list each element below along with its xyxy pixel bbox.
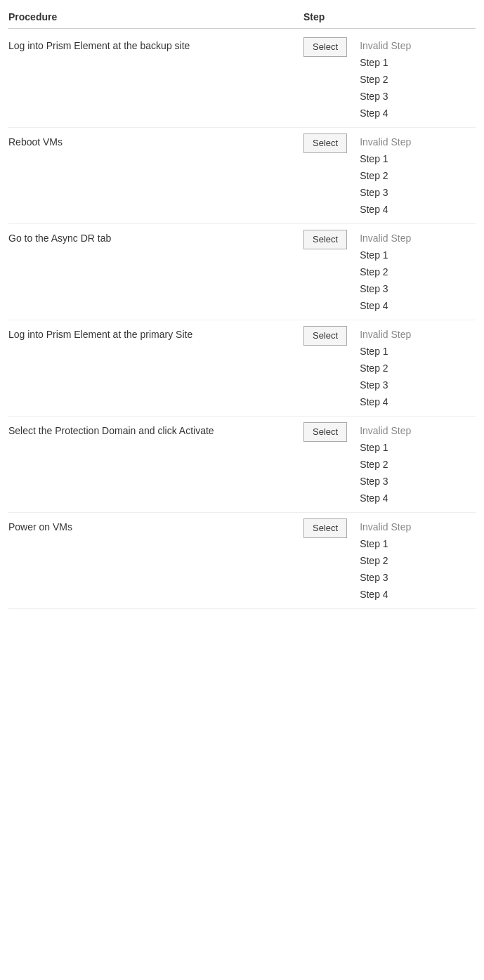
step-list: Invalid StepStep 1Step 2Step 3Step 4 (354, 326, 417, 410)
list-item[interactable]: Step 3 (354, 569, 417, 586)
list-item[interactable]: Step 3 (354, 280, 417, 297)
list-item[interactable]: Invalid Step (354, 37, 417, 54)
list-item[interactable]: Step 1 (354, 535, 417, 552)
procedure-label: Select the Protection Domain and click A… (8, 422, 303, 436)
main-container: Procedure Step Log into Prism Element at… (0, 0, 484, 620)
step-list: Invalid StepStep 1Step 2Step 3Step 4 (354, 230, 417, 314)
step-column: SelectInvalid StepStep 1Step 2Step 3Step… (303, 230, 476, 314)
list-item[interactable]: Step 4 (354, 393, 417, 410)
list-item[interactable]: Invalid Step (354, 326, 417, 343)
select-button[interactable]: Select (303, 37, 347, 57)
list-item[interactable]: Step 2 (354, 71, 417, 88)
list-item[interactable]: Step 1 (354, 150, 417, 167)
table-row: Go to the Async DR tabSelectInvalid Step… (8, 224, 476, 320)
procedure-label: Power on VMs (8, 518, 303, 533)
table-row: Select the Protection Domain and click A… (8, 417, 476, 513)
procedure-label: Go to the Async DR tab (8, 230, 303, 244)
list-item[interactable]: Step 1 (354, 247, 417, 263)
list-item[interactable]: Invalid Step (354, 518, 417, 535)
list-item[interactable]: Step 1 (354, 439, 417, 456)
list-item[interactable]: Step 4 (354, 490, 417, 507)
select-button[interactable]: Select (303, 326, 347, 346)
list-item[interactable]: Invalid Step (354, 422, 417, 439)
step-column: SelectInvalid StepStep 1Step 2Step 3Step… (303, 326, 476, 410)
list-item[interactable]: Step 2 (354, 263, 417, 280)
table-row: Power on VMsSelectInvalid StepStep 1Step… (8, 513, 476, 609)
list-item[interactable]: Invalid Step (354, 230, 417, 247)
list-item[interactable]: Step 3 (354, 377, 417, 393)
select-button[interactable]: Select (303, 133, 347, 153)
step-column: SelectInvalid StepStep 1Step 2Step 3Step… (303, 133, 476, 218)
procedure-label: Reboot VMs (8, 133, 303, 148)
procedure-label: Log into Prism Element at the primary Si… (8, 326, 303, 340)
list-item[interactable]: Step 4 (354, 586, 417, 603)
list-item[interactable]: Step 2 (354, 552, 417, 569)
step-column: SelectInvalid StepStep 1Step 2Step 3Step… (303, 518, 476, 603)
list-item[interactable]: Step 2 (354, 360, 417, 377)
step-list: Invalid StepStep 1Step 2Step 3Step 4 (354, 133, 417, 218)
list-item[interactable]: Step 4 (354, 297, 417, 314)
table-row: Log into Prism Element at the primary Si… (8, 320, 476, 417)
list-item[interactable]: Step 4 (354, 201, 417, 218)
header-step: Step (303, 11, 476, 22)
list-item[interactable]: Step 4 (354, 105, 417, 122)
step-list: Invalid StepStep 1Step 2Step 3Step 4 (354, 37, 417, 122)
select-button[interactable]: Select (303, 230, 347, 249)
list-item[interactable]: Step 3 (354, 88, 417, 105)
rows-container: Log into Prism Element at the backup sit… (8, 32, 476, 609)
select-button[interactable]: Select (303, 422, 347, 442)
header-procedure: Procedure (8, 11, 303, 22)
list-item[interactable]: Step 1 (354, 54, 417, 71)
table-header: Procedure Step (8, 11, 476, 29)
step-column: SelectInvalid StepStep 1Step 2Step 3Step… (303, 37, 476, 122)
step-list: Invalid StepStep 1Step 2Step 3Step 4 (354, 422, 417, 507)
table-row: Log into Prism Element at the backup sit… (8, 32, 476, 128)
list-item[interactable]: Step 1 (354, 343, 417, 360)
list-item[interactable]: Step 3 (354, 473, 417, 490)
step-list: Invalid StepStep 1Step 2Step 3Step 4 (354, 518, 417, 603)
list-item[interactable]: Invalid Step (354, 133, 417, 150)
list-item[interactable]: Step 2 (354, 167, 417, 184)
select-button[interactable]: Select (303, 518, 347, 538)
list-item[interactable]: Step 2 (354, 456, 417, 473)
step-column: SelectInvalid StepStep 1Step 2Step 3Step… (303, 422, 476, 507)
table-row: Reboot VMsSelectInvalid StepStep 1Step 2… (8, 128, 476, 224)
procedure-label: Log into Prism Element at the backup sit… (8, 37, 303, 51)
list-item[interactable]: Step 3 (354, 184, 417, 201)
